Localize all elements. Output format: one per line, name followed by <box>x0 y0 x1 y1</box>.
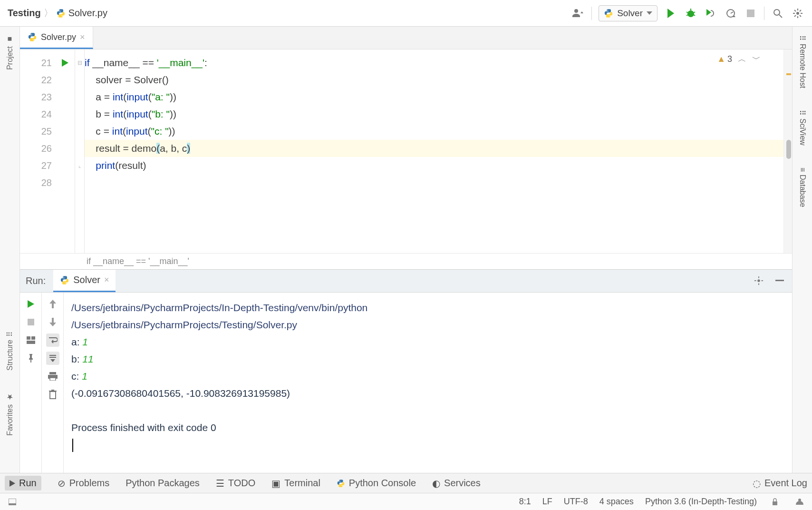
debug-button[interactable] <box>684 7 697 20</box>
svg-line-17 <box>794 15 796 17</box>
print-button[interactable] <box>46 370 59 383</box>
soft-wrap-button[interactable] <box>46 333 59 347</box>
code-line <box>85 174 783 191</box>
bottom-terminal-label: Terminal <box>284 478 320 489</box>
bottom-console-button[interactable]: Python Console <box>337 478 416 489</box>
status-indent[interactable]: 4 spaces <box>599 497 634 507</box>
editor-tab-label: Solver.py <box>41 32 76 42</box>
editor-tab-bar: Solver.py × <box>20 27 792 49</box>
bottom-eventlog-button[interactable]: ◌ Event Log <box>753 478 807 489</box>
sidebar-database-label: Database <box>798 175 807 207</box>
gutter-run-icons <box>56 49 75 253</box>
pin-button[interactable] <box>24 352 38 365</box>
scrollbar-warning-marker[interactable] <box>786 73 791 75</box>
svg-line-15 <box>794 10 796 11</box>
scroll-to-end-button[interactable] <box>46 352 59 365</box>
rerun-button[interactable] <box>24 297 38 311</box>
status-cursor-position[interactable]: 8:1 <box>519 497 531 507</box>
sciview-icon: ⠿ <box>798 110 807 116</box>
settings-button[interactable] <box>791 7 804 20</box>
editor-scrollbar[interactable] <box>783 49 792 253</box>
output-script-path: /Users/jetbrains/PycharmProjects/Testing… <box>71 316 784 333</box>
breadcrumb[interactable]: Testing 〉 Solver.py <box>8 7 107 20</box>
sidebar-database-button[interactable]: ≡ Database <box>798 164 807 211</box>
bottom-services-button[interactable]: ◐ Services <box>432 478 481 489</box>
sidebar-remote-host-button[interactable]: ⠿ Remote Host <box>798 31 807 92</box>
scrollbar-thumb[interactable] <box>786 140 791 159</box>
toolwindow-toggle-button[interactable] <box>6 495 19 509</box>
stop-button <box>744 7 757 20</box>
svg-rect-7 <box>747 10 754 17</box>
bottom-todo-button[interactable]: ☰ TODO <box>216 478 255 489</box>
run-tab-solver[interactable]: Solver × <box>53 270 116 292</box>
right-tool-sidebar: ⠿ Remote Host ⠿ SciView ≡ Database <box>792 27 812 473</box>
search-everywhere-button[interactable] <box>771 7 784 20</box>
line-numbers: 21 22 23 24 25 26 27 28 <box>20 49 56 253</box>
problems-icon: ⊘ <box>58 478 66 489</box>
lock-icon[interactable] <box>768 495 782 509</box>
sidebar-sciview-button[interactable]: ⠿ SciView <box>798 106 807 149</box>
code-line: c = int(input("c: ")) <box>85 123 783 140</box>
breadcrumb-project[interactable]: Testing <box>8 8 41 19</box>
services-icon: ◐ <box>432 478 440 489</box>
run-button[interactable] <box>664 7 677 20</box>
up-arrow-button[interactable] <box>46 297 59 311</box>
bottom-problems-button[interactable]: ⊘ Problems <box>58 478 109 489</box>
sidebar-structure-button[interactable]: Structure ⠿ <box>5 327 14 374</box>
run-configuration-selector[interactable]: Solver <box>599 5 657 21</box>
stop-run-button <box>24 315 38 329</box>
delete-button[interactable] <box>46 388 59 401</box>
sidebar-structure-label: Structure <box>6 340 14 371</box>
breadcrumb-file[interactable]: Solver.py <box>56 8 107 19</box>
close-tab-icon[interactable]: × <box>80 32 85 42</box>
fold-end-icon[interactable]: ⌞ <box>75 157 84 174</box>
nav-prev-icon[interactable]: ︿ <box>738 53 746 65</box>
sidebar-project-button[interactable]: Project ■ <box>6 31 14 74</box>
run-header-label: Run: <box>26 275 46 286</box>
profile-run-button[interactable] <box>724 7 737 20</box>
line-num: 28 <box>20 174 52 191</box>
line-num: 24 <box>20 106 52 123</box>
warning-icon: ▲ <box>717 54 725 64</box>
fold-column[interactable]: ⊟ ⌞ <box>75 49 85 253</box>
sidebar-sciview-label: SciView <box>798 118 807 146</box>
svg-line-5 <box>694 15 695 16</box>
sidebar-favorites-button[interactable]: Favorites ★ <box>5 389 14 440</box>
top-toolbar-controls: Solver <box>571 5 804 21</box>
bottom-run-button[interactable]: Run <box>5 476 41 490</box>
bottom-terminal-button[interactable]: ▣ Terminal <box>271 478 320 489</box>
run-side-toolbar-b <box>42 293 64 473</box>
run-output[interactable]: /Users/jetbrains/PycharmProjects/In-Dept… <box>64 293 792 473</box>
inspection-badge[interactable]: ▲ 3 ︿ ﹀ <box>717 53 761 65</box>
bottom-packages-button[interactable]: Python Packages <box>126 478 200 489</box>
coverage-run-button[interactable] <box>704 7 717 20</box>
inspection-profile-icon[interactable] <box>793 495 806 509</box>
status-line-ending[interactable]: LF <box>542 497 552 507</box>
editor-tab-solver[interactable]: Solver.py × <box>20 27 93 49</box>
python-file-icon <box>56 9 66 18</box>
bottom-tool-strip: Run ⊘ Problems Python Packages ☰ TODO ▣ … <box>0 473 812 493</box>
user-dropdown-icon[interactable] <box>571 7 585 20</box>
editor-breadcrumb[interactable]: if __name__ == '__main__' <box>20 253 792 269</box>
svg-rect-38 <box>9 503 16 505</box>
close-run-tab-icon[interactable]: × <box>104 275 109 285</box>
line-num: 21 <box>20 54 52 71</box>
down-arrow-button[interactable] <box>46 315 59 329</box>
code-area[interactable]: ▲ 3 ︿ ﹀ if __name__ == '__main__': solve… <box>85 49 783 253</box>
output-line: a: 1 <box>71 333 784 351</box>
breadcrumb-project-label: Testing <box>8 8 41 19</box>
status-encoding[interactable]: UTF-8 <box>564 497 588 507</box>
database-icon: ≡ <box>798 167 807 172</box>
gutter-run-main-icon[interactable] <box>56 54 75 71</box>
bottom-run-label: Run <box>19 478 37 489</box>
minimize-panel-button[interactable] <box>773 274 786 287</box>
nav-next-icon[interactable]: ﹀ <box>752 53 761 65</box>
svg-point-10 <box>796 12 799 15</box>
fold-toggle-icon[interactable]: ⊟ <box>75 54 84 71</box>
bottom-packages-label: Python Packages <box>126 478 200 489</box>
status-interpreter[interactable]: Python 3.6 (In-Depth-Testing) <box>645 497 757 507</box>
layout-button[interactable] <box>24 333 38 347</box>
editor-body: 21 22 23 24 25 26 27 28 ⊟ ⌞ <box>20 49 792 253</box>
code-line: b = int(input("b: ")) <box>85 106 783 123</box>
run-settings-button[interactable] <box>752 274 765 287</box>
